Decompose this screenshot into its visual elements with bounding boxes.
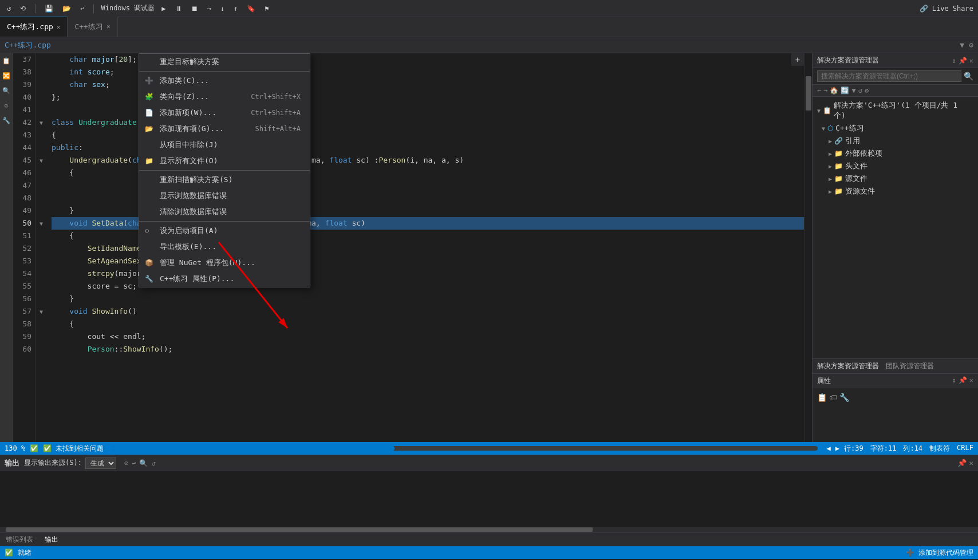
undo-btn[interactable]: ↩ [78, 3, 86, 14]
sidebar-settings-icon[interactable]: ⚙ [1, 100, 11, 111]
tree-arrow-solution: ▼ [817, 108, 821, 114]
tree-label-references: 引用 [845, 136, 860, 146]
sol-settings2-icon[interactable]: ⚙ [865, 86, 869, 94]
menu-item-clear-db-err[interactable]: 清除浏览数据库错误 [139, 204, 310, 220]
tree-item-headers[interactable]: ▶ 📁 头文件 [813, 160, 978, 172]
open-btn[interactable]: 📂 [60, 3, 73, 14]
menu-item-retarget[interactable]: 重定目标解决方案 [139, 54, 310, 70]
scroll-right-btn[interactable]: ▶ [835, 444, 839, 452]
prop-close-icon[interactable]: ✕ [969, 376, 973, 386]
menu-item-export-template[interactable]: 导出模板(E)... [139, 239, 310, 255]
bookmark-btn[interactable]: 🔖 [244, 3, 258, 14]
tab-team-explorer[interactable]: 团队资源管理器 [886, 361, 934, 371]
editor-area[interactable]: 37 38 39 40 41 42 43 44 45 46 47 48 49 5… [13, 53, 812, 442]
menu-item-class-wizard[interactable]: 🧩 类向导(Z)... Ctrl+Shift+X [139, 89, 310, 105]
scroll-left-btn[interactable]: ◀ [827, 444, 831, 452]
output-source-select[interactable]: 生成 [85, 458, 116, 469]
step-over-btn[interactable]: → [205, 3, 214, 14]
menu-item-properties[interactable]: 🔧 C++练习 属性(P)... [139, 271, 310, 287]
output-find-btn[interactable]: 🔍 [139, 459, 148, 467]
stop-btn[interactable]: ⏹ [189, 3, 200, 14]
menu-item-add-existing[interactable]: 📂 添加现有项(G)... Shift+Alt+A [139, 121, 310, 137]
prop-icon-wrench[interactable]: 🔧 [839, 393, 849, 402]
menu-item-set-startup[interactable]: ⚙ 设为启动项目(A) [139, 223, 310, 239]
menu-item-show-db-err[interactable]: 显示浏览数据库错误 [139, 188, 310, 204]
tree-item-resources[interactable]: ▶ 📁 资源文件 [813, 185, 978, 198]
output-clear-btn[interactable]: ⊘ [124, 459, 128, 467]
ext-deps-icon: 📁 [834, 149, 843, 157]
add-new-icon: 📄 [145, 109, 153, 117]
bottom-ready-icon: ✅ [5, 549, 13, 557]
menu-item-add-new[interactable]: 📄 添加新项(W)... Ctrl+Shift+A [139, 105, 310, 121]
forward-btn[interactable]: ⟲ [18, 3, 28, 14]
tab-project[interactable]: C++练习 ✕ [68, 17, 117, 37]
step-into-btn[interactable]: ↓ [218, 3, 227, 14]
rp-pin-icon[interactable]: 📌 [959, 57, 967, 65]
tree-item-solution[interactable]: ▼ 📋 解决方案'C++练习'(1 个项目/共 1 个) [813, 99, 978, 122]
prop-sync-icon[interactable]: ↕ [952, 376, 956, 386]
output-pin-icon[interactable]: 📌 [957, 459, 967, 467]
char-indicator: 字符:11 [870, 444, 897, 453]
search-icon[interactable]: 🔍 [964, 72, 973, 81]
back-btn[interactable]: ↺ [5, 3, 13, 14]
tree-arrow-references: ▶ [829, 138, 832, 144]
prop-icon-tag[interactable]: 🏷 [829, 393, 837, 402]
menu-item-show-all-files[interactable]: 📁 显示所有文件(O) [139, 153, 310, 169]
tree-item-ext-deps[interactable]: ▶ 📁 外部依赖项 [813, 147, 978, 160]
tree-item-sources[interactable]: ▶ 📁 源文件 [813, 172, 978, 185]
add-to-source-control-btn[interactable]: ➕ 添加到源代码管理 [906, 548, 973, 558]
save-btn[interactable]: 💾 [42, 3, 56, 14]
prop-pin-icon[interactable]: 📌 [959, 376, 967, 386]
output-close-icon[interactable]: ✕ [969, 459, 973, 467]
sol-sync-icon[interactable]: 🔄 [841, 86, 849, 94]
solution-search-input[interactable] [817, 70, 961, 82]
output-refresh-btn[interactable]: ↺ [151, 459, 155, 467]
tab-project-close[interactable]: ✕ [107, 23, 111, 30]
menu-item-exclude[interactable]: 从项目中排除(J) [139, 137, 310, 153]
step-out-btn[interactable]: ↑ [231, 3, 240, 14]
bottom-status-bar: ✅ 就绪 ➕ 添加到源代码管理 [0, 546, 978, 559]
tab-output[interactable]: 输出 [39, 533, 64, 547]
tree-label-sources: 源文件 [845, 173, 867, 184]
output-wrap-btn[interactable]: ↩ [132, 459, 136, 467]
menu-properties-label: C++练习 属性(P)... [160, 274, 234, 284]
sidebar-solution-icon[interactable]: 📋 [1, 56, 11, 66]
sidebar-git-icon[interactable]: 🔀 [1, 70, 11, 81]
sol-back-icon[interactable]: ← [817, 86, 821, 94]
sol-filter-icon[interactable]: ▼ [851, 86, 855, 94]
tree-item-project[interactable]: ▼ ⬡ C++练习 [813, 122, 978, 135]
resources-icon: 📁 [834, 187, 843, 195]
menu-item-add-class[interactable]: ➕ 添加类(C)... [139, 73, 310, 89]
rp-sync-icon[interactable]: ↕ [952, 57, 956, 65]
sidebar-search-icon[interactable]: 🔍 [1, 85, 11, 96]
rp-close-icon[interactable]: ✕ [969, 57, 973, 65]
encoding-indicator: CRLF [957, 444, 973, 453]
output-scrollbar-h[interactable] [0, 527, 978, 533]
prop-icon-list[interactable]: 📋 [817, 393, 827, 402]
no-issues-text: ✅ 未找到相关问题 [43, 444, 104, 453]
sol-forward-icon[interactable]: → [823, 86, 827, 94]
menu-item-nuget[interactable]: 📦 管理 NuGet 程序包(N)... [139, 255, 310, 271]
flag-btn[interactable]: ⚑ [262, 3, 271, 14]
right-panel: 解决方案资源管理器 ↕ 📌 ✕ 🔍 ← → 🏠 🔄 ▼ ↺ ⚙ ▼ [812, 53, 978, 442]
sol-refresh-icon[interactable]: ↺ [858, 86, 862, 94]
zoom-level[interactable]: 130 % [5, 444, 25, 452]
tree-label-resources: 资源文件 [845, 186, 875, 196]
settings-icon[interactable]: ⚙ [969, 41, 973, 49]
sol-home-icon[interactable]: 🏠 [830, 86, 838, 94]
tree-item-references[interactable]: ▶ 🔗 引用 [813, 135, 978, 147]
tab-error-list[interactable]: 错误列表 [0, 533, 39, 547]
debug-btn[interactable]: ▶ [159, 3, 168, 14]
menu-item-rescan[interactable]: 重新扫描解决方案(S) [139, 172, 310, 188]
sidebar-tools-icon[interactable]: 🔧 [1, 115, 11, 125]
pause-btn[interactable]: ⏸ [173, 3, 184, 14]
properties-icon: 🔧 [145, 275, 153, 283]
tab-cpp-close[interactable]: ✕ [57, 23, 61, 31]
solution-search-box: 🔍 [813, 68, 978, 85]
live-share-btn[interactable]: 🔗 Live Share [920, 5, 973, 13]
collapse-icon[interactable]: ▼ [960, 41, 964, 49]
tab-cpp-file[interactable]: C++练习.cpp ✕ [0, 17, 68, 37]
properties-header: 属性 ↕ 📌 ✕ [813, 374, 978, 388]
tab-solution-explorer[interactable]: 解决方案资源管理器 [817, 361, 879, 371]
left-sidebar: 📋 🔀 🔍 ⚙ 🔧 [0, 53, 13, 442]
